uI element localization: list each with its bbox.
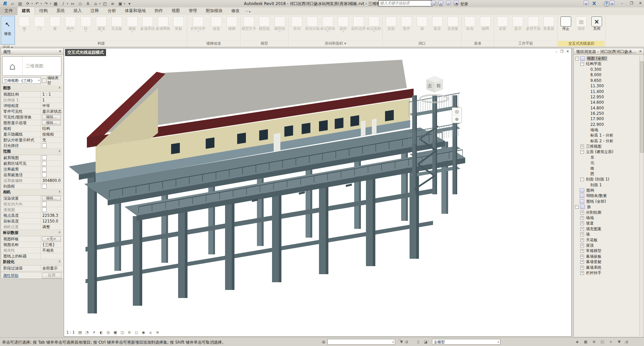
tree-item-14.600[interactable]: 14.600 [575, 100, 639, 105]
revit-logo[interactable]: R [1, 1, 8, 7]
设置-button[interactable]: 设置 [495, 16, 510, 31]
老虎窗-button[interactable]: 老虎窗 [445, 16, 461, 31]
tag-icon[interactable]: ◇ [77, 1, 84, 7]
default-3d-view-icon-dropdown[interactable]: ▾ [99, 2, 101, 5]
显示-button[interactable]: 显示 [510, 16, 526, 31]
tab-插入[interactable]: 插入 [69, 7, 86, 15]
design-options-icon[interactable]: ◪ [423, 339, 429, 345]
property-checkbox[interactable] [42, 184, 47, 189]
properties-help-link[interactable]: 属性帮助 [3, 273, 18, 278]
property-checkbox[interactable] [42, 161, 47, 166]
help-dropdown-icon[interactable]: ▾ [610, 1, 614, 5]
tree-item-西[interactable]: 西 [575, 171, 639, 177]
property-edit-button[interactable]: 编辑... [42, 196, 61, 201]
property-group-图形[interactable]: 图形∧ [2, 85, 62, 92]
栏杆扶手-button[interactable]: 栏杆扶手▾ [188, 16, 209, 33]
tree-item-22.900[interactable]: 22.900 [575, 122, 639, 127]
property-checkbox[interactable] [42, 167, 47, 171]
save-icon[interactable]: ▤ [17, 1, 23, 7]
窗-button[interactable]: 窗 [47, 16, 63, 31]
viewcube-left-label[interactable]: 左 [427, 83, 432, 88]
property-value[interactable]: 全部显示 [41, 265, 62, 271]
tree-item-11.300[interactable]: 11.300 [575, 83, 639, 89]
tree-item-场地[interactable]: 场地 [575, 127, 639, 133]
tree-item-标高 1 - 分析[interactable]: 标高 1 - 分析 [575, 133, 639, 138]
property-value[interactable]: 无 [41, 137, 62, 143]
竖梃-button[interactable]: 竖梃 [171, 16, 186, 31]
坡道-button[interactable]: 坡道 [209, 16, 224, 31]
expand-icon[interactable]: + [580, 221, 584, 225]
panel-label-洞口[interactable]: 洞口 [383, 41, 461, 46]
expand-icon[interactable]: + [580, 233, 584, 236]
标记面积-button[interactable]: 标记面积▾ [366, 16, 382, 33]
dropdown-arrow-icon[interactable]: ▾ [342, 31, 344, 33]
property-value[interactable]: 调整 [41, 224, 62, 230]
tree-item-幕墙系统[interactable]: +幕墙系统 [575, 265, 639, 270]
property-checkbox[interactable] [42, 172, 47, 177]
tree-item-场地[interactable]: +场地 [575, 215, 639, 220]
panel-label-房间和面积[interactable]: 房间和面积 ▾ [289, 41, 382, 46]
expand-icon[interactable]: + [580, 211, 584, 214]
property-group-范围[interactable]: 范围∧ [2, 149, 62, 155]
switch-windows-icon-dropdown[interactable]: ▾ [124, 2, 125, 5]
ribbon-state-toggle-icon[interactable]: ◠ ▾ [244, 10, 253, 15]
tree-item-明细表/数量[interactable]: 明细表/数量 [575, 193, 639, 199]
dropdown-arrow-icon[interactable]: ▾ [23, 31, 25, 33]
tree-item-剖面 (剖面 1)[interactable]: −剖面 (剖面 1) [575, 177, 639, 182]
collapse-icon[interactable]: ∧ [58, 259, 61, 263]
reveal-hidden-icon[interactable]: ◉ [141, 330, 146, 335]
tab-file[interactable]: 文件 [0, 7, 17, 15]
tree-item-坡道[interactable]: +坡道 [575, 221, 639, 226]
restore-button[interactable]: ❐ [628, 1, 635, 6]
tab-分析[interactable]: 分析 [103, 7, 120, 15]
steering-wheel-icon[interactable]: ◎ [455, 108, 459, 114]
select-links-icon[interactable]: ◈ [574, 339, 580, 345]
search-input[interactable]: 键入关键字或短语 [378, 0, 432, 6]
竖井-button[interactable]: 竖井 [399, 16, 414, 31]
tree-item-17.900[interactable]: 17.900 [575, 116, 639, 121]
customize-qat-icon[interactable]: ▾ [126, 1, 133, 7]
favorites-star-icon[interactable]: ☆ [446, 1, 451, 5]
viewcube-front-label[interactable]: 前 [436, 83, 441, 88]
dropdown-arrow-icon[interactable]: ▾ [101, 31, 102, 33]
zoom-icon[interactable]: ⊕ [455, 116, 459, 122]
property-group-相机[interactable]: 相机∧ [2, 189, 62, 196]
tree-item-常规模型[interactable]: +常规模型 [575, 248, 639, 254]
text-icon[interactable]: A [85, 1, 91, 7]
thin-lines-icon[interactable]: ≡ [109, 1, 116, 7]
help-icon[interactable]: ? [604, 1, 609, 7]
模型组-button[interactable]: 模型组▾ [272, 16, 287, 33]
property-value[interactable]: 按规程 [41, 132, 62, 137]
tab-结构[interactable]: 结构 [35, 7, 52, 15]
collapse-icon[interactable]: − [580, 150, 584, 154]
property-checkbox[interactable] [42, 207, 47, 212]
tab-附加模块[interactable]: 附加模块 [202, 7, 227, 15]
墙-button[interactable]: 墙 [414, 16, 430, 31]
幕墙系统-button[interactable]: 幕墙系统 [140, 16, 155, 31]
property-edit-button[interactable]: <无> [42, 237, 61, 241]
tree-item-8.000[interactable]: 8.000 [575, 72, 639, 78]
collapse-icon[interactable]: − [580, 178, 584, 181]
temporary-view-properties-icon[interactable]: ⌂ [148, 330, 153, 335]
lock-3d-view-icon[interactable]: ⊘ [127, 330, 132, 335]
property-checkbox[interactable] [42, 155, 47, 160]
expand-icon[interactable]: + [580, 145, 584, 148]
tree-item-分割轮廓[interactable]: +分割轮廓 [575, 210, 639, 215]
楼梯-button[interactable]: 楼梯 [224, 16, 239, 31]
user-icon[interactable]: ◔ [454, 1, 459, 5]
tree-item-屋顶[interactable]: +屋顶 [575, 243, 639, 248]
tab-建筑[interactable]: 建筑 [17, 7, 35, 15]
tree-item-11.400[interactable]: 11.400 [575, 89, 639, 94]
sync-icon-dropdown[interactable]: ▾ [32, 2, 33, 5]
close-button[interactable]: ✕ [637, 1, 644, 6]
房间分隔-button[interactable]: 房间分隔 [305, 16, 320, 31]
tree-item-剖面 1[interactable]: 剖面 1 [575, 182, 639, 188]
sign-in-button[interactable]: 登录 [460, 1, 468, 7]
visual-style-icon[interactable]: ◔ [85, 330, 90, 335]
参照平面-button[interactable]: 参照平面 [526, 16, 541, 31]
expand-icon[interactable]: + [580, 260, 584, 264]
expand-icon[interactable]: + [580, 216, 584, 220]
幕墙网格-button[interactable]: 幕墙网格 [155, 16, 171, 31]
apply-button[interactable]: 应用 [42, 273, 61, 279]
design-option-combo[interactable]: 主模型▾ [432, 339, 500, 345]
